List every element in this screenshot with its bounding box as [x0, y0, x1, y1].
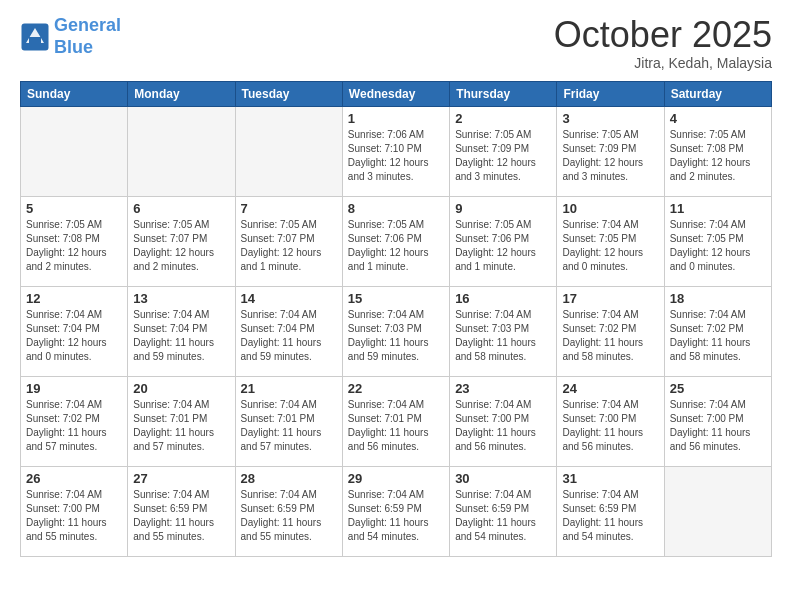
day-info: Sunrise: 7:04 AMSunset: 7:01 PMDaylight:…: [241, 398, 337, 454]
calendar-cell: 5Sunrise: 7:05 AMSunset: 7:08 PMDaylight…: [21, 196, 128, 286]
day-info: Sunrise: 7:04 AMSunset: 7:00 PMDaylight:…: [26, 488, 122, 544]
day-info: Sunrise: 7:05 AMSunset: 7:09 PMDaylight:…: [455, 128, 551, 184]
calendar-cell: 18Sunrise: 7:04 AMSunset: 7:02 PMDayligh…: [664, 286, 771, 376]
weekday-header-friday: Friday: [557, 81, 664, 106]
calendar-cell: [664, 466, 771, 556]
day-info: Sunrise: 7:04 AMSunset: 7:02 PMDaylight:…: [562, 308, 658, 364]
day-number: 11: [670, 201, 766, 216]
day-number: 23: [455, 381, 551, 396]
weekday-header-row: SundayMondayTuesdayWednesdayThursdayFrid…: [21, 81, 772, 106]
day-info: Sunrise: 7:04 AMSunset: 6:59 PMDaylight:…: [241, 488, 337, 544]
week-row-1: 1Sunrise: 7:06 AMSunset: 7:10 PMDaylight…: [21, 106, 772, 196]
day-number: 25: [670, 381, 766, 396]
day-number: 9: [455, 201, 551, 216]
logo: General Blue: [20, 15, 121, 58]
day-info: Sunrise: 7:04 AMSunset: 7:05 PMDaylight:…: [562, 218, 658, 274]
day-info: Sunrise: 7:05 AMSunset: 7:07 PMDaylight:…: [241, 218, 337, 274]
calendar-cell: 17Sunrise: 7:04 AMSunset: 7:02 PMDayligh…: [557, 286, 664, 376]
calendar-cell: 24Sunrise: 7:04 AMSunset: 7:00 PMDayligh…: [557, 376, 664, 466]
weekday-header-sunday: Sunday: [21, 81, 128, 106]
day-number: 4: [670, 111, 766, 126]
title-block: October 2025 Jitra, Kedah, Malaysia: [554, 15, 772, 71]
calendar-cell: 3Sunrise: 7:05 AMSunset: 7:09 PMDaylight…: [557, 106, 664, 196]
day-number: 21: [241, 381, 337, 396]
calendar-table: SundayMondayTuesdayWednesdayThursdayFrid…: [20, 81, 772, 557]
day-info: Sunrise: 7:05 AMSunset: 7:07 PMDaylight:…: [133, 218, 229, 274]
weekday-header-saturday: Saturday: [664, 81, 771, 106]
calendar-cell: 13Sunrise: 7:04 AMSunset: 7:04 PMDayligh…: [128, 286, 235, 376]
logo-icon: [20, 22, 50, 52]
month-title: October 2025: [554, 15, 772, 55]
calendar-cell: 7Sunrise: 7:05 AMSunset: 7:07 PMDaylight…: [235, 196, 342, 286]
calendar-cell: 16Sunrise: 7:04 AMSunset: 7:03 PMDayligh…: [450, 286, 557, 376]
day-info: Sunrise: 7:04 AMSunset: 7:04 PMDaylight:…: [241, 308, 337, 364]
day-number: 29: [348, 471, 444, 486]
day-info: Sunrise: 7:04 AMSunset: 7:01 PMDaylight:…: [348, 398, 444, 454]
weekday-header-monday: Monday: [128, 81, 235, 106]
day-number: 12: [26, 291, 122, 306]
logo-text: General Blue: [54, 15, 121, 58]
calendar-cell: 11Sunrise: 7:04 AMSunset: 7:05 PMDayligh…: [664, 196, 771, 286]
day-number: 8: [348, 201, 444, 216]
day-number: 31: [562, 471, 658, 486]
calendar-cell: 29Sunrise: 7:04 AMSunset: 6:59 PMDayligh…: [342, 466, 449, 556]
day-info: Sunrise: 7:04 AMSunset: 6:59 PMDaylight:…: [348, 488, 444, 544]
calendar-cell: 25Sunrise: 7:04 AMSunset: 7:00 PMDayligh…: [664, 376, 771, 466]
day-number: 15: [348, 291, 444, 306]
calendar-cell: 8Sunrise: 7:05 AMSunset: 7:06 PMDaylight…: [342, 196, 449, 286]
day-number: 14: [241, 291, 337, 306]
day-number: 10: [562, 201, 658, 216]
day-info: Sunrise: 7:04 AMSunset: 7:04 PMDaylight:…: [26, 308, 122, 364]
day-number: 3: [562, 111, 658, 126]
svg-rect-2: [29, 37, 41, 43]
day-number: 18: [670, 291, 766, 306]
calendar-cell: 6Sunrise: 7:05 AMSunset: 7:07 PMDaylight…: [128, 196, 235, 286]
day-number: 17: [562, 291, 658, 306]
calendar-cell: 15Sunrise: 7:04 AMSunset: 7:03 PMDayligh…: [342, 286, 449, 376]
header: General Blue October 2025 Jitra, Kedah, …: [20, 15, 772, 71]
calendar-cell: 14Sunrise: 7:04 AMSunset: 7:04 PMDayligh…: [235, 286, 342, 376]
day-number: 5: [26, 201, 122, 216]
day-info: Sunrise: 7:05 AMSunset: 7:08 PMDaylight:…: [26, 218, 122, 274]
day-number: 6: [133, 201, 229, 216]
day-number: 13: [133, 291, 229, 306]
calendar-cell: 31Sunrise: 7:04 AMSunset: 6:59 PMDayligh…: [557, 466, 664, 556]
calendar-cell: 23Sunrise: 7:04 AMSunset: 7:00 PMDayligh…: [450, 376, 557, 466]
location: Jitra, Kedah, Malaysia: [554, 55, 772, 71]
day-info: Sunrise: 7:05 AMSunset: 7:08 PMDaylight:…: [670, 128, 766, 184]
weekday-header-wednesday: Wednesday: [342, 81, 449, 106]
week-row-2: 5Sunrise: 7:05 AMSunset: 7:08 PMDaylight…: [21, 196, 772, 286]
day-number: 26: [26, 471, 122, 486]
day-number: 22: [348, 381, 444, 396]
calendar-cell: 2Sunrise: 7:05 AMSunset: 7:09 PMDaylight…: [450, 106, 557, 196]
day-info: Sunrise: 7:04 AMSunset: 6:59 PMDaylight:…: [133, 488, 229, 544]
day-number: 7: [241, 201, 337, 216]
day-info: Sunrise: 7:04 AMSunset: 7:02 PMDaylight:…: [670, 308, 766, 364]
calendar-cell: 27Sunrise: 7:04 AMSunset: 6:59 PMDayligh…: [128, 466, 235, 556]
day-info: Sunrise: 7:04 AMSunset: 6:59 PMDaylight:…: [455, 488, 551, 544]
day-number: 2: [455, 111, 551, 126]
calendar-cell: 21Sunrise: 7:04 AMSunset: 7:01 PMDayligh…: [235, 376, 342, 466]
week-row-3: 12Sunrise: 7:04 AMSunset: 7:04 PMDayligh…: [21, 286, 772, 376]
calendar-cell: 20Sunrise: 7:04 AMSunset: 7:01 PMDayligh…: [128, 376, 235, 466]
calendar-cell: 12Sunrise: 7:04 AMSunset: 7:04 PMDayligh…: [21, 286, 128, 376]
day-info: Sunrise: 7:04 AMSunset: 7:04 PMDaylight:…: [133, 308, 229, 364]
day-info: Sunrise: 7:04 AMSunset: 7:03 PMDaylight:…: [455, 308, 551, 364]
calendar-cell: [21, 106, 128, 196]
calendar-page: General Blue October 2025 Jitra, Kedah, …: [0, 0, 792, 612]
calendar-cell: 10Sunrise: 7:04 AMSunset: 7:05 PMDayligh…: [557, 196, 664, 286]
day-number: 1: [348, 111, 444, 126]
day-info: Sunrise: 7:04 AMSunset: 7:01 PMDaylight:…: [133, 398, 229, 454]
weekday-header-thursday: Thursday: [450, 81, 557, 106]
day-info: Sunrise: 7:05 AMSunset: 7:09 PMDaylight:…: [562, 128, 658, 184]
calendar-cell: [235, 106, 342, 196]
day-info: Sunrise: 7:04 AMSunset: 7:03 PMDaylight:…: [348, 308, 444, 364]
calendar-cell: 9Sunrise: 7:05 AMSunset: 7:06 PMDaylight…: [450, 196, 557, 286]
logo-blue: Blue: [54, 37, 93, 57]
day-number: 16: [455, 291, 551, 306]
calendar-cell: 22Sunrise: 7:04 AMSunset: 7:01 PMDayligh…: [342, 376, 449, 466]
logo-general: General: [54, 15, 121, 35]
day-number: 28: [241, 471, 337, 486]
day-number: 24: [562, 381, 658, 396]
weekday-header-tuesday: Tuesday: [235, 81, 342, 106]
